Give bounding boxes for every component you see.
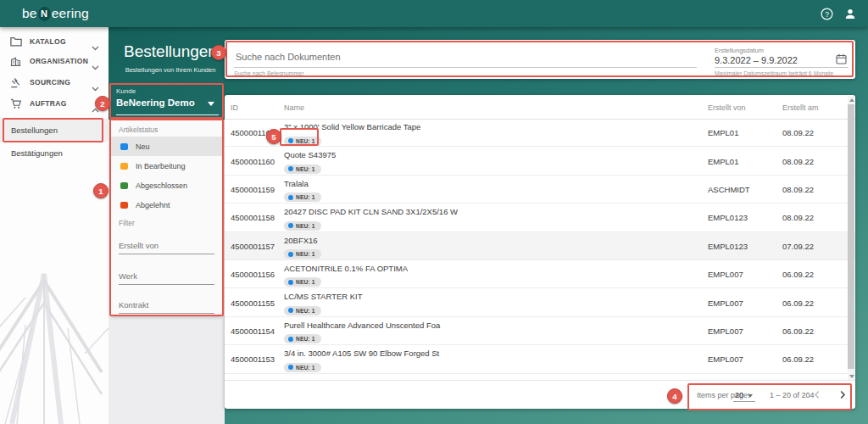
organisation-icon — [10, 56, 23, 67]
table-row[interactable]: 4500001161 3" x 1000' Solid Yellow Barri… — [225, 119, 855, 147]
status-badge: NEU: 1 — [284, 221, 321, 231]
created-by: EMPL007 — [708, 298, 743, 307]
erstellt-von-input[interactable] — [119, 241, 214, 254]
kontrakt-input[interactable] — [119, 300, 214, 314]
table-row[interactable]: 4500001158 20427 DISC PAD KIT CLN SAND 3… — [225, 204, 855, 232]
help-icon[interactable]: ? — [821, 8, 833, 20]
table-row[interactable]: 4500001156 ACETONITRILE 0.1% FA OPTIMA N… — [225, 260, 855, 288]
page-subtitle: Bestellungen von Ihrem Kunden — [117, 66, 224, 74]
user-icon[interactable] — [844, 8, 856, 20]
order-id: 4500001158 — [231, 213, 275, 222]
scroll-down-arrow-icon[interactable] — [849, 375, 854, 378]
status-filter-neu[interactable]: Neu — [111, 137, 222, 156]
svg-text:?: ? — [825, 9, 829, 18]
created-at: 08.09.22 — [782, 156, 814, 165]
status-badge-label: NEU: 1 — [296, 365, 315, 371]
status-badge: NEU: 1 — [284, 306, 321, 315]
previous-page-button[interactable] — [813, 388, 821, 403]
status-badge: NEU: 1 — [284, 334, 321, 343]
logo-text-post: eering — [52, 6, 89, 21]
chevron-up-icon — [92, 101, 99, 116]
order-name: 20BFX16 — [284, 236, 321, 245]
sidebar-item-katalog[interactable]: KATALOG — [0, 32, 108, 51]
status-dot-icon — [120, 163, 128, 170]
status-dot-icon — [288, 252, 293, 257]
created-by: EMPL01 — [708, 156, 738, 165]
column-header-erstellt-am: Erstellt am — [782, 103, 819, 112]
table-row[interactable]: 4500001157 20BFX16 NEU: 1 EMPL0123 07.09… — [225, 232, 855, 260]
order-name-cell: 20427 DISC PAD KIT CLN SAND 3X1/2X5/16 W… — [284, 207, 458, 232]
sidebar-item-label: AUFTRAG — [30, 99, 67, 108]
logo-n-icon: N — [38, 7, 51, 21]
orders-table-card: ID Name Erstellt von Erstellt am 4500001… — [225, 95, 855, 409]
order-id: 4500001154 — [231, 326, 275, 335]
order-id: 4500001161 — [231, 128, 275, 137]
table-row[interactable]: 4500001154 Purell Healthcare Advanced Un… — [225, 317, 855, 345]
calendar-icon[interactable] — [836, 53, 847, 68]
status-badge-label: NEU: 1 — [296, 223, 315, 229]
created-at: 08.09.22 — [782, 128, 814, 137]
order-name: ACETONITRILE 0.1% FA OPTIMA — [284, 264, 408, 273]
order-name-cell: 20BFX16 NEU: 1 — [284, 236, 321, 260]
table-row[interactable]: 4500001160 Quote S43975 NEU: 1 EMPL01 08… — [225, 147, 855, 175]
created-by: EMPL0123 — [708, 213, 748, 222]
order-name-cell: 3" x 1000' Solid Yellow Barricade Tape N… — [284, 122, 420, 147]
date-range-value[interactable]: 9.3.2022 – 9.9.2022 — [715, 55, 798, 65]
top-app-bar: beNeering ? — [0, 0, 868, 27]
status-badge-label: NEU: 1 — [296, 251, 315, 257]
order-id: 4500001156 — [231, 270, 275, 279]
order-id: 4500001159 — [231, 184, 275, 193]
sidebar: KATALOG ORGANISATION SOURCING — [0, 27, 108, 424]
order-name: 3/4 in. 3000# A105 SW 90 Elbow Forged St — [284, 349, 439, 358]
table-row[interactable]: 4500001155 LC/MS STARTER KIT NEU: 1 EMPL… — [225, 288, 855, 316]
order-name: 3" x 1000' Solid Yellow Barricade Tape — [284, 122, 420, 131]
created-at: 08.09.22 — [782, 184, 814, 193]
sidebar-item-auftrag[interactable]: AUFTRAG — [0, 94, 108, 113]
status-badge-label: NEU: 1 — [296, 279, 315, 285]
status-dot-icon — [288, 138, 293, 143]
table-row[interactable]: 4500001153 3/4 in. 3000# A105 SW 90 Elbo… — [225, 345, 855, 373]
next-page-button[interactable] — [838, 388, 847, 403]
order-name-cell: Tralala NEU: 1 — [284, 179, 321, 204]
status-dot-icon — [120, 143, 128, 150]
customer-select[interactable]: Kunde BeNeering Demo — [111, 85, 222, 117]
status-filter-in-bearbeitung[interactable]: In Bearbeitung — [111, 156, 222, 176]
chevron-down-icon — [92, 59, 99, 74]
created-at: 06.09.22 — [782, 326, 814, 335]
created-at: 06.09.22 — [782, 354, 814, 364]
order-id: 4500001155 — [231, 298, 275, 307]
column-header-id: ID — [231, 103, 238, 112]
items-per-page-select[interactable]: 20 — [733, 391, 755, 402]
status-badge: NEU: 1 — [284, 137, 321, 146]
gavel-icon — [10, 77, 23, 88]
status-dot-icon — [288, 223, 293, 228]
sidebar-item-organisation[interactable]: ORGANISATION — [0, 52, 108, 70]
created-by: ASCHMIDT — [708, 184, 750, 193]
underline — [715, 67, 849, 68]
table-scrollbar[interactable] — [848, 96, 854, 381]
scroll-up-arrow-icon[interactable] — [849, 98, 854, 102]
column-header-erstellt-von: Erstellt von — [708, 103, 746, 112]
status-dot-icon — [288, 280, 293, 285]
order-name: 20427 DISC PAD KIT CLN SAND 3X1/2X5/16 W — [284, 207, 458, 216]
scrollbar-thumb[interactable] — [848, 104, 854, 369]
created-at: 06.09.22 — [782, 298, 814, 307]
status-badge: NEU: 1 — [284, 277, 321, 287]
logo[interactable]: beNeering — [22, 0, 89, 27]
order-name-cell: LC/MS STARTER KIT NEU: 1 — [284, 292, 363, 316]
status-filter-abgelehnt[interactable]: Abgelehnt — [111, 195, 222, 215]
sidebar-item-bestellungen[interactable]: Bestellungen — [0, 119, 108, 142]
status-filter-abgeschlossen[interactable]: Abgeschlossen — [111, 176, 222, 195]
order-id: 4500001157 — [231, 241, 275, 250]
created-at: 08.09.22 — [782, 213, 814, 222]
werk-input[interactable] — [119, 271, 214, 285]
table-row[interactable]: 4500001159 Tralala NEU: 1 ASCHMIDT 08.09… — [225, 176, 855, 204]
search-card: Suche nach Belegnummer Erstellungsdatum … — [225, 40, 855, 79]
created-at: 06.09.22 — [782, 270, 814, 279]
document-search-input[interactable] — [234, 51, 692, 63]
sidebar-item-bestaetigungen[interactable]: Bestätigungen — [0, 142, 108, 165]
sidebar-item-sourcing[interactable]: SOURCING — [0, 73, 108, 92]
order-name-cell: ACETONITRILE 0.1% FA OPTIMA NEU: 1 — [284, 264, 408, 288]
column-header-name: Name — [284, 103, 304, 112]
date-range-label: Erstellungsdatum — [715, 47, 764, 54]
